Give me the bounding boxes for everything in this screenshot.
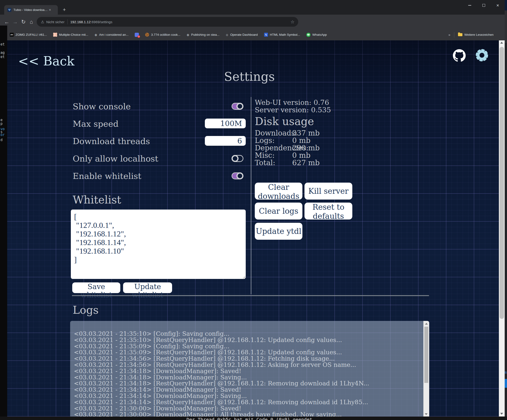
window-controls: × [468, 0, 502, 10]
debug-output-line: Der Thread 0xb5c hat mit Code 0 (0x0) ge… [186, 417, 315, 420]
page-scrollbar-thumb[interactable] [500, 47, 504, 319]
download-threads-input[interactable] [205, 136, 246, 146]
discord-favicon-icon: 3 [135, 33, 139, 37]
tab-bar: Ψ Tubio - Video downloader × + × [0, 0, 505, 15]
clear-logs-button[interactable]: Clear logs [255, 203, 302, 220]
back-link[interactable]: << Back [18, 54, 75, 69]
page-title: Settings [0, 70, 499, 83]
bookmark-html-math[interactable]: ↯HTML Math Symbol... [264, 33, 300, 37]
code-fragment: d [0, 138, 3, 142]
z0r-favicon-icon: z0r [10, 33, 14, 37]
bookmark-z0r[interactable]: z0rZOMG ZUFALL! #61... [10, 33, 47, 37]
forward-icon[interactable]: → [11, 15, 19, 29]
tab-close-icon[interactable]: × [49, 8, 51, 12]
log-entry: <03.03.2021 - 21:34:18> [DownloadManager… [74, 374, 420, 380]
disk-row-label: Downloads: [255, 129, 297, 137]
log-entry: <03.03.2021 - 21:34:14> [DownloadManager… [74, 386, 420, 393]
cube-favicon-icon: ◆ [187, 33, 190, 36]
bookmark-operate-dashboard[interactable]: ◆Operate Dashboard [226, 33, 258, 36]
bookmark-discord[interactable]: 3 [135, 33, 139, 37]
update-ytdl-button[interactable]: Update ytdl [255, 223, 302, 240]
page-scroll-up-icon[interactable] [500, 42, 503, 44]
log-entry: <03.03.2021 - 21:34:56> [RestQueryHandle… [74, 356, 420, 362]
bookmark-label: Operate Dashboard [230, 33, 258, 36]
other-bookmarks-folder[interactable]: Weitere Lesezeichen [458, 33, 493, 36]
bookmark-star-icon[interactable]: ☆ [290, 19, 295, 25]
bookmarks-separator [454, 32, 454, 38]
log-entry: <03.03.2021 - 21:35:10> [Config]: Saving… [74, 331, 420, 337]
column-divider [251, 97, 251, 294]
whitelist-textarea[interactable]: [ "127.0.0.1", "192.168.1.12", "192.168.… [71, 210, 246, 279]
setting-label-show-console: Show console [73, 102, 131, 111]
log-entry: <03.03.2021 - 21:34:14> [DownloadManager… [74, 393, 420, 399]
code-fragment: et [0, 55, 5, 59]
new-tab-button[interactable]: + [61, 7, 67, 13]
log-entry: <03.03.2021 - 21:34:56> [RestQueryHandle… [74, 362, 420, 368]
scroll-up-icon[interactable] [425, 323, 428, 325]
bookmark-whatsapp[interactable]: ☎WhatsApp [306, 33, 327, 37]
disk-row-value: 627 mb [292, 158, 320, 167]
logs-scrollbar[interactable] [423, 321, 429, 417]
save-whitelist-button[interactable]: Save whitelist [72, 282, 120, 293]
background-accent [505, 379, 507, 388]
disk-usage-title: Disk usage [255, 115, 314, 128]
webui-version: Web-UI version: 0.76 [255, 98, 329, 107]
logs-heading: Logs [73, 304, 99, 316]
home-icon[interactable]: ⌂ [28, 15, 35, 29]
bookmark-multiple-choice[interactable]: Multiple-Choice mit... [53, 33, 88, 37]
page-scrollbar[interactable] [499, 40, 505, 417]
logs-scrollbar-thumb[interactable] [424, 327, 428, 383]
toggle-knob [236, 172, 243, 179]
security-label[interactable]: Nicht sicher [46, 20, 64, 24]
background-window-bottom-edge: Der Thread 0xb5c hat mit Code 0 (0x0) ge… [0, 417, 507, 420]
show-console-toggle[interactable] [232, 103, 243, 110]
folder-icon [458, 33, 462, 36]
bookmarks-bar: z0rZOMG ZUFALL! #61... Multiple-Choice m… [0, 29, 505, 40]
bookmark-label: ZOMG ZUFALL! #61... [15, 33, 47, 36]
url-separator [67, 19, 68, 24]
reload-icon[interactable]: ↻ [20, 15, 28, 29]
code-fragment: R [505, 371, 507, 374]
browser-toolbar: ← → ↻ ⌂ ⚠ Nicht sicher 192.168.1.12 :696… [0, 15, 505, 29]
bookmark-label: 3.774 octillion cook... [151, 33, 180, 36]
code-fragment: or [0, 133, 5, 137]
disk-row-label: Misc: [255, 151, 275, 159]
logs-panel: <03.03.2021 - 21:35:10> [Config]: Saving… [70, 321, 429, 417]
log-entry: <03.03.2021 - 21:35:09> [RestQueryHandle… [74, 349, 420, 356]
reset-defaults-button[interactable]: Reset to defaults [304, 203, 352, 220]
disk-row-label: Total: [255, 158, 275, 167]
setting-label-max-speed: Max speed [73, 119, 119, 129]
only-localhost-toggle[interactable] [232, 155, 243, 162]
tubio-favicon-icon: Ψ [7, 8, 11, 12]
max-speed-input[interactable] [205, 119, 246, 128]
settings-page: << Back Settings Show console Max speed … [0, 40, 505, 417]
not-secure-warning-icon[interactable]: ⚠ [41, 20, 44, 24]
kill-server-button[interactable]: Kill server [304, 183, 352, 200]
disk-row-value: 337 mb [292, 129, 320, 137]
unity-cube-favicon-icon: ◆ [226, 33, 229, 36]
close-icon[interactable]: × [496, 4, 499, 7]
bookmarks-overflow-icon[interactable]: » [449, 33, 450, 37]
url-host[interactable]: 192.168.1.12 [70, 20, 91, 24]
enable-whitelist-toggle[interactable] [232, 172, 243, 179]
clear-downloads-button[interactable]: Clear downloads [255, 183, 302, 200]
address-bar[interactable]: ⚠ Nicht sicher 192.168.1.12 :6969/settin… [37, 17, 298, 27]
bookmark-octillion-cookies[interactable]: 3.774 octillion cook... [145, 33, 180, 37]
browser-tab[interactable]: Ψ Tubio - Video downloader × [4, 5, 58, 15]
bookmark-am-i-considered[interactable]: ◆Am i considered an... [95, 33, 128, 36]
url-path[interactable]: :6969/settings [91, 20, 112, 24]
bookmark-label: Multiple-Choice mit... [59, 33, 88, 36]
scroll-down-icon[interactable] [425, 413, 428, 415]
settings-gear-icon[interactable] [475, 48, 489, 63]
page-scroll-down-icon[interactable] [500, 413, 503, 415]
bookmark-publishing[interactable]: ◆Publishing on stea... [187, 33, 219, 36]
github-icon[interactable] [453, 49, 466, 63]
disk-row-label: Logs: [255, 136, 275, 145]
minimize-icon[interactable] [468, 5, 471, 6]
setting-label-download-threads: Download threads [73, 137, 150, 146]
badge: 3 [137, 35, 140, 38]
code-fragment: p [0, 122, 3, 126]
maximize-icon[interactable] [482, 4, 485, 7]
update-whitelist-button[interactable]: Update whitelist [123, 282, 172, 293]
bookmark-label: WhatsApp [312, 33, 327, 36]
